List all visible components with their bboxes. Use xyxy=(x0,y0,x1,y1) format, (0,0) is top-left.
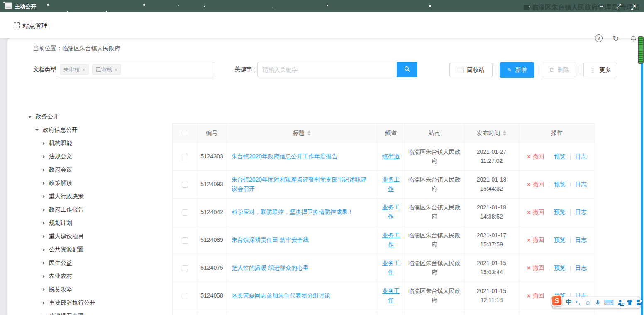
tree-item[interactable]: 机构职能 xyxy=(18,137,170,150)
row-checkbox[interactable] xyxy=(182,265,188,271)
sogou-logo-icon[interactable]: S xyxy=(551,295,563,307)
doc-title-link[interactable]: 区长宋磊同志参加朱台代表团分组讨论 xyxy=(232,291,330,300)
caret-right-icon[interactable] xyxy=(43,221,45,225)
microphone-icon[interactable] xyxy=(595,300,600,306)
preview-action[interactable]: 预览 xyxy=(554,152,566,161)
more-button[interactable]: ⋮ 更多 xyxy=(583,63,617,77)
snow-dot xyxy=(178,5,179,6)
delete-button[interactable]: 删除 xyxy=(542,63,576,77)
caret-right-icon[interactable] xyxy=(43,235,45,238)
caret-right-icon[interactable] xyxy=(43,301,45,305)
caret-right-icon[interactable] xyxy=(43,248,45,251)
search-button[interactable] xyxy=(397,62,417,77)
channel-link[interactable]: 业务工作 xyxy=(382,287,400,305)
channel-link[interactable]: 业务工作 xyxy=(382,259,400,277)
maximize-icon[interactable]: ⤢ xyxy=(612,0,625,12)
row-checkbox[interactable] xyxy=(182,154,188,160)
doc-type-select[interactable]: 未审核 × 已审核 × xyxy=(56,62,215,77)
tree-item[interactable]: 政府会议 xyxy=(18,163,170,177)
channel-link[interactable]: 业务工作 xyxy=(382,175,400,193)
preview-action[interactable]: 预览 xyxy=(554,263,566,273)
divider xyxy=(570,210,571,215)
doc-title-link[interactable]: 科学应对，联防联控，坚决捍卫疫情防控成果！ xyxy=(232,208,354,217)
ime-menu-icon[interactable] xyxy=(637,300,642,305)
log-action[interactable]: 日志 xyxy=(575,152,587,161)
bell-icon[interactable] xyxy=(629,34,637,42)
revoke-action[interactable]: ×撤回 xyxy=(527,263,544,273)
tree-item[interactable]: 公共资源配置 xyxy=(18,243,170,256)
close-icon[interactable]: × xyxy=(628,0,641,12)
caret-right-icon[interactable] xyxy=(43,168,45,172)
tree-item[interactable]: 政务公开 xyxy=(18,110,170,123)
tree-item[interactable]: 重大行政决策 xyxy=(18,190,170,203)
log-action[interactable]: 日志 xyxy=(575,208,587,217)
sort-icon[interactable] xyxy=(503,130,506,136)
caret-right-icon[interactable] xyxy=(43,275,45,278)
row-checkbox[interactable] xyxy=(182,293,188,299)
tree-item[interactable]: 规划计划 xyxy=(18,217,170,230)
revoke-action[interactable]: ×撤回 xyxy=(527,235,544,245)
tree-item[interactable]: 民生公益 xyxy=(18,256,170,270)
tree-item[interactable]: 脱贫攻坚 xyxy=(18,283,170,296)
tag-remove-icon[interactable]: × xyxy=(115,67,117,73)
refresh-icon[interactable]: ↻ xyxy=(612,34,620,42)
tree-item[interactable]: 法规公文 xyxy=(18,150,170,163)
tree-item[interactable]: 农业农村 xyxy=(18,270,170,283)
caret-right-icon[interactable] xyxy=(43,142,45,145)
recycle-checkbox[interactable] xyxy=(458,67,464,73)
caret-right-icon[interactable] xyxy=(43,261,45,265)
revoke-action[interactable]: ×撤回 xyxy=(527,152,544,161)
row-checkbox[interactable] xyxy=(182,237,188,244)
divider xyxy=(538,66,538,75)
table-row xyxy=(173,310,595,315)
revoke-action[interactable]: ×撤回 xyxy=(527,180,544,189)
caret-right-icon[interactable] xyxy=(43,182,45,185)
doc-title-link[interactable]: 朱台镇2020年政府信息公开工作年度报告 xyxy=(232,152,337,161)
ime-language-icon[interactable]: 中 xyxy=(566,299,572,306)
row-checkbox[interactable] xyxy=(182,182,188,188)
tree-item[interactable]: 重要部署执行公开 xyxy=(18,296,170,310)
caret-right-icon[interactable] xyxy=(43,288,45,291)
ime-punctuation-icon[interactable]: °， xyxy=(576,300,581,306)
preview-action[interactable]: 预览 xyxy=(554,208,566,217)
scrollbar-track[interactable] xyxy=(641,38,643,315)
doc-type-tag: 已审核 × xyxy=(92,64,121,75)
preview-action[interactable]: 预览 xyxy=(554,180,566,189)
recycle-bin-button[interactable]: 回收站 xyxy=(449,63,493,77)
doc-title-link[interactable]: 把人性的温暖 织进群众的心里 xyxy=(232,263,309,273)
doc-title-link[interactable]: 朱台镇2020年度对村观摩点评暨村党支部书记述职评议会召开 xyxy=(232,175,372,193)
tree-item[interactable]: 重大建设项目 xyxy=(18,230,170,243)
sort-icon[interactable] xyxy=(307,130,311,136)
account-icon[interactable]: 19 xyxy=(617,300,623,305)
tree-item[interactable]: 政府信息公开 xyxy=(18,123,170,137)
help-icon[interactable]: ? xyxy=(595,34,603,42)
emoji-icon[interactable]: ☺ xyxy=(585,299,591,306)
minimize-icon[interactable]: − xyxy=(595,0,607,12)
caret-right-icon[interactable] xyxy=(43,208,45,212)
keyword-input[interactable] xyxy=(257,62,397,77)
tree-item[interactable]: 政府工作报告 xyxy=(18,203,170,217)
log-action[interactable]: 日志 xyxy=(575,263,587,273)
row-checkbox[interactable] xyxy=(182,209,188,216)
skin-icon[interactable] xyxy=(627,300,633,305)
log-action[interactable]: 日志 xyxy=(575,180,587,189)
revoke-action[interactable]: ×撤回 xyxy=(527,291,544,300)
scrollbar-thumb[interactable] xyxy=(638,36,644,64)
log-action[interactable]: 日志 xyxy=(575,236,587,245)
caret-right-icon[interactable] xyxy=(43,155,45,158)
tree-item[interactable]: 政策解读 xyxy=(18,177,170,190)
caret-down-icon[interactable] xyxy=(28,116,32,118)
keyboard-icon[interactable]: ⌨ xyxy=(604,299,614,307)
channel-link[interactable]: 镇街道 xyxy=(382,152,400,161)
caret-down-icon[interactable] xyxy=(35,129,39,131)
tree-item[interactable]: 建议提案办理 xyxy=(18,310,170,315)
channel-link[interactable]: 业务工作 xyxy=(382,203,400,221)
preview-action[interactable]: 预览 xyxy=(554,236,566,245)
doc-title-link[interactable]: 朱台镇深耕责任田 筑牢安全线 xyxy=(232,236,309,245)
revoke-action[interactable]: ×撤回 xyxy=(527,207,544,217)
caret-right-icon[interactable] xyxy=(43,195,45,198)
select-all-checkbox[interactable] xyxy=(182,130,188,136)
tag-remove-icon[interactable]: × xyxy=(82,67,85,73)
channel-link[interactable]: 业务工作 xyxy=(382,231,400,249)
add-button[interactable]: ✎ 新增 xyxy=(500,62,534,78)
